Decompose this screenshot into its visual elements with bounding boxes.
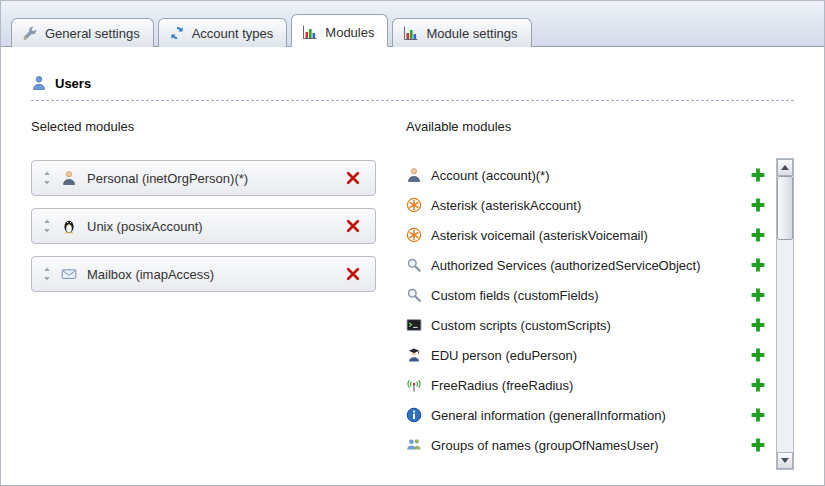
available-module-row: Asterisk voicemail (asteriskVoicemail): [406, 220, 770, 250]
module-label: Mailbox (imapAccess): [87, 267, 344, 282]
drag-handle-icon[interactable]: [42, 267, 51, 281]
selected-module-row[interactable]: Unix (posixAccount): [31, 208, 376, 244]
user-icon: [31, 75, 47, 91]
wrench-icon: [22, 25, 38, 41]
section-title: Users: [55, 76, 91, 91]
tab-account-types[interactable]: Account types: [158, 18, 288, 47]
add-module-button[interactable]: [749, 287, 766, 304]
up-arrow-icon: [781, 165, 789, 170]
drag-handle-icon[interactable]: [42, 171, 51, 185]
module-label: Asterisk (asteriskAccount): [431, 198, 749, 213]
magnifier-icon: [406, 257, 422, 273]
add-module-button[interactable]: [749, 437, 766, 454]
modules-panel: Users Selected modules Personal (inetOrg…: [1, 46, 824, 486]
add-module-button[interactable]: [749, 407, 766, 424]
add-module-button[interactable]: [749, 317, 766, 334]
tab-general-settings[interactable]: General settings: [11, 18, 154, 47]
available-module-row: FreeRadius (freeRadius): [406, 370, 770, 400]
group-icon: [406, 437, 422, 453]
module-label: Custom fields (customFields): [431, 288, 749, 303]
down-arrow-icon: [781, 458, 789, 463]
available-module-row: Account (account)(*): [406, 160, 770, 190]
available-modules-heading: Available modules: [406, 119, 794, 134]
tab-bar: General settings Account types Modules M…: [1, 1, 824, 46]
info-icon: [406, 407, 422, 423]
available-module-row: Custom scripts (customScripts): [406, 310, 770, 340]
antenna-icon: [406, 377, 422, 393]
remove-module-button[interactable]: [344, 266, 361, 283]
available-modules-list: Account (account)(*) Asterisk (asteriskA…: [406, 160, 794, 472]
terminal-icon: [406, 317, 422, 333]
tab-module-settings[interactable]: Module settings: [392, 18, 531, 47]
scroll-up-button[interactable]: [777, 159, 793, 176]
users-section-header: Users: [31, 75, 794, 101]
settings-window: General settings Account types Modules M…: [0, 0, 825, 486]
available-module-row: Asterisk (asteriskAccount): [406, 190, 770, 220]
module-label: Asterisk voicemail (asteriskVoicemail): [431, 228, 749, 243]
module-label: Personal (inetOrgPerson)(*): [87, 171, 344, 186]
available-modules-scrollbar[interactable]: [776, 158, 794, 470]
tab-modules[interactable]: Modules: [291, 14, 388, 47]
sync-icon: [169, 25, 185, 41]
selected-modules-heading: Selected modules: [31, 119, 376, 134]
add-module-button[interactable]: [749, 227, 766, 244]
available-module-row: General information (generalInformation): [406, 400, 770, 430]
available-module-row: EDU person (eduPerson): [406, 340, 770, 370]
drag-handle-icon[interactable]: [42, 219, 51, 233]
add-module-button[interactable]: [749, 257, 766, 274]
module-label: FreeRadius (freeRadius): [431, 378, 749, 393]
person-icon: [61, 170, 77, 186]
asterisk-icon: [406, 197, 422, 213]
selected-module-row[interactable]: Personal (inetOrgPerson)(*): [31, 160, 376, 196]
module-label: Groups of names (groupOfNamesUser): [431, 438, 749, 453]
available-module-row: Groups of names (groupOfNamesUser): [406, 430, 770, 460]
add-module-button[interactable]: [749, 167, 766, 184]
available-module-row: Authorized Services (authorizedServiceOb…: [406, 250, 770, 280]
add-module-button[interactable]: [749, 197, 766, 214]
add-module-button[interactable]: [749, 347, 766, 364]
chart-icon: [403, 25, 419, 41]
tab-label: General settings: [45, 26, 140, 41]
asterisk-icon: [406, 227, 422, 243]
module-label: Custom scripts (customScripts): [431, 318, 749, 333]
scrollbar-track[interactable]: [777, 176, 793, 452]
remove-module-button[interactable]: [344, 170, 361, 187]
add-module-button[interactable]: [749, 377, 766, 394]
tab-label: Module settings: [426, 26, 517, 41]
person-icon: [406, 167, 422, 183]
module-label: Account (account)(*): [431, 168, 749, 183]
penguin-icon: [61, 218, 77, 234]
module-label: Authorized Services (authorizedServiceOb…: [431, 258, 749, 273]
available-module-row: Custom fields (customFields): [406, 280, 770, 310]
remove-module-button[interactable]: [344, 218, 361, 235]
scroll-down-button[interactable]: [777, 452, 793, 469]
module-label: EDU person (eduPerson): [431, 348, 749, 363]
tab-label: Account types: [192, 26, 274, 41]
chart-icon: [302, 24, 318, 40]
module-label: General information (generalInformation): [431, 408, 749, 423]
envelope-icon: [61, 266, 77, 282]
selected-module-row[interactable]: Mailbox (imapAccess): [31, 256, 376, 292]
scrollbar-thumb[interactable]: [777, 176, 793, 240]
magnifier-icon: [406, 287, 422, 303]
graduate-icon: [406, 347, 422, 363]
tab-label: Modules: [325, 25, 374, 40]
module-label: Unix (posixAccount): [87, 219, 344, 234]
